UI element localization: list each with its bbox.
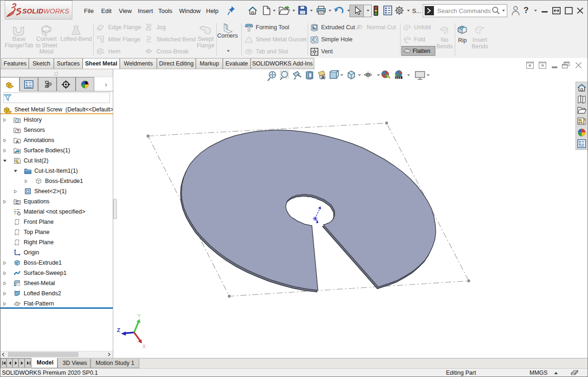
- svg-text:A: A: [321, 75, 325, 80]
- svg-text:A: A: [16, 139, 19, 144]
- svg-text:X: X: [142, 344, 146, 349]
- svg-text:Z: Z: [117, 327, 120, 333]
- svg-text:Y: Y: [137, 313, 141, 318]
- svg-text:Σ: Σ: [16, 200, 19, 205]
